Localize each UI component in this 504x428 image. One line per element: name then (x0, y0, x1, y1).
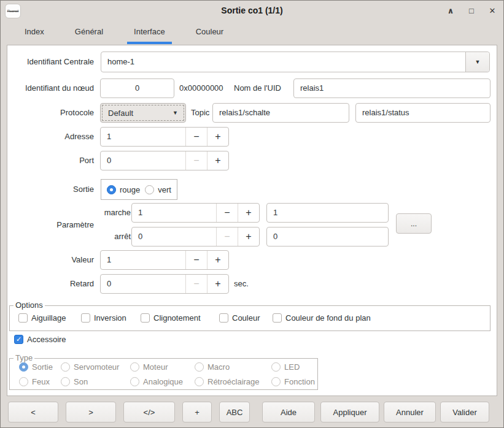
radio-vert[interactable]: vert (145, 185, 171, 194)
radio-rouge[interactable]: rouge (107, 185, 140, 194)
delay-spinner: 0 − + (100, 274, 229, 294)
radio-type-led[interactable]: LED (271, 362, 300, 372)
radio-type-feux-label: Feux (32, 377, 50, 386)
apply-button[interactable]: Appliquer (320, 402, 379, 422)
parameter-on-spinner: 1 − + (131, 203, 260, 223)
tab-interface[interactable]: Interface (118, 20, 180, 45)
value-value[interactable]: 1 (101, 251, 185, 269)
topic-status-input[interactable]: relais1/status (355, 103, 490, 123)
radio-type-feux[interactable]: Feux (19, 377, 50, 386)
radio-type-son-label: Son (74, 377, 88, 386)
central-id-dropdown-button[interactable]: ▼ (465, 52, 489, 72)
delay-decrement-button[interactable]: − (185, 275, 207, 293)
prev-button[interactable]: < (8, 402, 58, 422)
parameter-off-increment-button[interactable]: + (238, 227, 259, 246)
checkbox-inversion-label: Inversion (94, 313, 126, 323)
delay-value[interactable]: 0 (101, 275, 185, 293)
output-label: Sortie (7, 179, 94, 200)
delay-increment-button[interactable]: + (207, 275, 228, 293)
radio-button-icon (19, 362, 28, 372)
central-id-label: Identifiant Centrale (7, 52, 94, 72)
tab-couleur[interactable]: Couleur (180, 20, 239, 45)
parameter-more-button[interactable]: ... (396, 213, 432, 234)
radio-type-servomoteur[interactable]: Servomoteur (61, 362, 119, 372)
radio-button-icon (130, 377, 139, 386)
checkbox-couleur-fond-plan[interactable]: Couleur de fond du plan (273, 313, 371, 323)
node-id-hex-value: 0x00000000 (179, 78, 223, 98)
close-button[interactable]: ✕ (486, 4, 498, 17)
address-decrement-button[interactable]: − (185, 128, 207, 146)
central-id-value[interactable]: home-1 (101, 52, 465, 72)
radio-rouge-label: rouge (120, 185, 140, 194)
dialog-window: Rocrail Sortie co1 (1/1) ∧ □ ✕ Index Gén… (0, 0, 504, 428)
checkbox-clignotement[interactable]: Clignotement (141, 313, 201, 323)
parameter-off-decrement-button[interactable]: − (216, 227, 238, 246)
tab-index[interactable]: Index (9, 20, 60, 45)
parameter-on-decrement-button[interactable]: − (216, 204, 238, 222)
radio-button-icon (271, 377, 281, 386)
radio-type-son[interactable]: Son (61, 377, 88, 386)
radio-button-icon (195, 377, 204, 386)
address-increment-button[interactable]: + (207, 128, 228, 146)
node-id-label: Identifiant du nœud (7, 78, 94, 98)
radio-button-icon (19, 377, 28, 386)
checkbox-couleur[interactable]: Couleur (219, 313, 260, 323)
radio-type-analogique-label: Analogique (143, 377, 183, 386)
radio-button-icon (61, 377, 70, 386)
interface-tab-panel: Identifiant Centrale home-1 ▼ Identifian… (7, 45, 497, 396)
checkbox-accessoire[interactable]: ✓ Accessoire (14, 335, 66, 344)
tab-general[interactable]: Général (60, 20, 118, 45)
window-title: Sortie co1 (1/1) (1, 1, 503, 20)
port-value[interactable]: 0 (101, 151, 185, 170)
checkbox-icon (219, 313, 228, 323)
topic-command-input[interactable]: relais1/schalte (212, 103, 349, 123)
radio-type-macro[interactable]: Macro (195, 362, 230, 372)
parameter-off-input[interactable]: 0 (266, 227, 389, 246)
minimize-button[interactable]: ∧ (444, 4, 457, 17)
radio-type-fonction[interactable]: Fonction (271, 377, 315, 386)
checkbox-icon (141, 313, 150, 323)
protocol-label: Protocole (7, 103, 94, 123)
protocol-dropdown[interactable]: Default ▼ (100, 103, 186, 123)
uid-name-input[interactable]: relais1 (293, 78, 490, 98)
value-decrement-button[interactable]: − (185, 251, 207, 269)
checkbox-inversion[interactable]: Inversion (81, 313, 126, 323)
address-spinner: 1 − + (100, 127, 229, 147)
parameter-off-value[interactable]: 0 (132, 227, 216, 246)
address-value[interactable]: 1 (101, 128, 185, 146)
central-id-combobox[interactable]: home-1 ▼ (101, 52, 490, 72)
radio-type-fonction-label: Fonction (284, 377, 315, 386)
chevron-down-icon: ▼ (475, 59, 481, 65)
options-group: Options Aiguillage Inversion Clignotemen… (9, 305, 490, 331)
chevron-down-icon: ▼ (173, 110, 178, 116)
radio-vert-label: vert (158, 185, 171, 194)
maximize-button[interactable]: □ (465, 4, 478, 17)
radio-type-retroeclairage[interactable]: Rétroéclairage (195, 377, 260, 386)
checkbox-couleur-label: Couleur (232, 313, 260, 323)
radio-type-analogique[interactable]: Analogique (130, 377, 183, 386)
next-button[interactable]: > (66, 402, 116, 422)
node-id-input[interactable]: 0 (100, 78, 174, 98)
port-increment-button[interactable]: + (207, 151, 228, 170)
add-button[interactable]: + (182, 402, 212, 422)
port-decrement-button[interactable]: − (185, 151, 207, 170)
checkbox-clignotement-label: Clignotement (153, 313, 201, 323)
checkbox-aiguillage[interactable]: Aiguillage (18, 313, 66, 323)
checkbox-icon (81, 313, 90, 323)
value-increment-button[interactable]: + (207, 251, 228, 269)
radio-button-icon (130, 362, 139, 372)
radio-type-led-label: LED (284, 362, 300, 372)
parameter-on-increment-button[interactable]: + (238, 204, 259, 222)
radio-type-sortie[interactable]: Sortie (19, 362, 53, 372)
abc-button[interactable]: ABC (219, 402, 250, 422)
radio-type-moteur[interactable]: Moteur (130, 362, 168, 372)
parameter-on-value[interactable]: 1 (132, 204, 216, 222)
radio-button-icon (107, 185, 116, 194)
cancel-button[interactable]: Annuler (384, 402, 436, 422)
checkbox-icon (273, 313, 282, 323)
xml-button[interactable]: </> (123, 402, 175, 422)
check-icon: ✓ (16, 335, 21, 343)
help-button[interactable]: Aide (262, 402, 315, 422)
parameter-on-input[interactable]: 1 (266, 203, 389, 223)
ok-button[interactable]: Valider (440, 402, 489, 422)
